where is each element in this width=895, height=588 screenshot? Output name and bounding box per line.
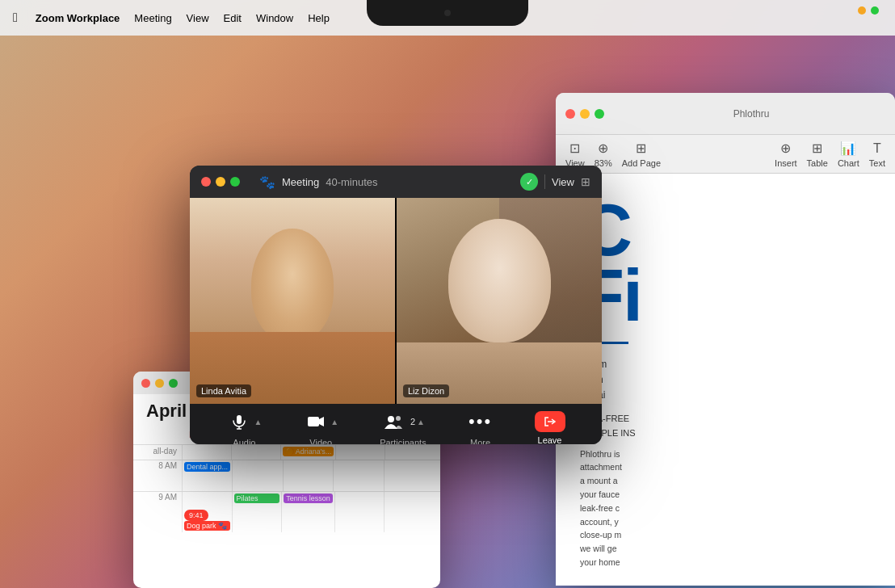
pages-close-button[interactable] xyxy=(565,109,575,119)
svg-rect-3 xyxy=(308,417,319,426)
app-name[interactable]: Zoom Workplace xyxy=(36,12,120,24)
zoom-participant-1: Linda Avitia xyxy=(190,198,395,404)
sidebar-icon: ⊡ xyxy=(567,141,583,157)
cal-allday-thu xyxy=(335,445,384,460)
status-dot-yellow xyxy=(858,6,866,15)
toolbar-chart-btn[interactable]: 📊 Chart xyxy=(838,141,859,168)
toolbar-addpage-btn[interactable]: ⊞ Add Page xyxy=(622,141,661,168)
zoom-participants-control[interactable]: 2 ▲ Participants xyxy=(380,409,426,444)
zoom-icon: ⊕ xyxy=(595,141,611,157)
svg-point-6 xyxy=(396,416,401,421)
cal-cell-8am-fri xyxy=(384,460,434,491)
cal-close-button[interactable] xyxy=(141,379,150,388)
zoom-controls: ▲ Audio ▲ Video xyxy=(190,404,602,444)
cal-time-9am: 9 AM xyxy=(140,492,182,532)
toolbar-addpage-label: Add Page xyxy=(622,158,661,168)
cal-allday-wed: 🟠 Adriana's... xyxy=(280,445,336,460)
cal-cell-8am-wed xyxy=(283,460,333,491)
participant-1-name: Linda Avitia xyxy=(196,384,251,397)
toolbar-insert-btn[interactable]: ⊕ Insert xyxy=(775,141,797,168)
cal-event-pilates: Pilates xyxy=(234,494,280,503)
zoom-meeting-label: Meeting xyxy=(282,176,319,188)
pages-minimize-button[interactable] xyxy=(580,109,590,119)
cal-time-8am: 8 AM xyxy=(140,460,182,491)
cal-event-dogpark: Dog park 🐾 xyxy=(184,521,230,531)
cal-cell-9am-fri xyxy=(384,492,434,532)
zoom-video-label: Video xyxy=(309,438,332,444)
text-icon: T xyxy=(869,141,885,157)
zoom-close-button[interactable] xyxy=(201,177,211,187)
toolbar-zoom-btn[interactable]: ⊕ 83% xyxy=(595,141,612,168)
pages-titlebar: Phlothru xyxy=(556,93,895,135)
zoom-timer: 40-minutes xyxy=(326,176,377,188)
cal-time-indicator: 9:41 xyxy=(184,510,208,521)
status-dot-green xyxy=(871,6,879,15)
pages-content: C Fi Our mcleansustai • BPA-FREE • SIMPL… xyxy=(556,174,895,586)
pages-bullet-2: • SIMPLE INS xyxy=(580,428,871,438)
svg-marker-4 xyxy=(319,417,324,426)
zoom-participant-2: Liz Dizon xyxy=(397,198,602,404)
zoom-more-icon: ••• xyxy=(468,409,494,435)
zoom-participants-label: Participants xyxy=(380,438,426,444)
toolbar-view-btn[interactable]: ⊡ View xyxy=(565,141,585,168)
cal-maximize-button[interactable] xyxy=(169,379,178,388)
zoom-more-label: More xyxy=(470,438,490,444)
menu-window[interactable]: Window xyxy=(256,12,293,24)
camera-notch xyxy=(367,0,528,26)
cal-minimize-button[interactable] xyxy=(155,379,164,388)
toolbar-chart-label: Chart xyxy=(838,158,859,168)
cal-cell-8am-tue xyxy=(232,460,282,491)
toolbar-table-btn[interactable]: ⊞ Table xyxy=(807,141,828,168)
zoom-leave-label: Leave xyxy=(538,435,562,444)
pages-body-text: Our mcleansustai xyxy=(580,357,871,404)
zoom-minimize-button[interactable] xyxy=(216,177,225,187)
zoom-shield-icon: ✓ xyxy=(520,173,538,191)
toolbar-text-label: Text xyxy=(869,158,885,168)
zoom-more-control[interactable]: ••• More xyxy=(468,409,494,444)
zoom-audio-control[interactable]: ▲ Audio xyxy=(226,409,262,444)
table-icon: ⊞ xyxy=(809,141,826,157)
zoom-video-control[interactable]: ▲ Video xyxy=(303,409,338,444)
cal-cell-9am-wed: Tennis lesson xyxy=(281,492,334,532)
cal-event-tennis: Tennis lesson xyxy=(284,494,333,503)
zoom-paw-icon: 🐾 xyxy=(259,174,275,190)
menu-meeting[interactable]: Meeting xyxy=(134,12,171,24)
pages-title: Phlothru xyxy=(733,108,770,120)
cal-allday-fri xyxy=(384,445,434,460)
cal-cell-9am-mon: 9:41 Dog park 🐾 xyxy=(182,492,232,532)
zoom-video-grid: Linda Avitia Liz Dizon xyxy=(190,198,602,404)
cal-allday-tue xyxy=(231,445,280,460)
zoom-grid-icon[interactable]: ⊞ xyxy=(581,175,590,188)
apple-menu[interactable]:  xyxy=(13,10,18,25)
video-arrow-icon: ▲ xyxy=(330,418,338,426)
zoom-meeting-info: 🐾 Meeting 40-minutes xyxy=(259,174,378,190)
status-indicators xyxy=(858,6,879,15)
audio-arrow-icon: ▲ xyxy=(254,418,262,426)
camera-dot xyxy=(444,10,451,16)
toolbar-insert-label: Insert xyxy=(775,158,797,168)
insert-icon: ⊕ xyxy=(778,141,794,157)
zoom-leave-control[interactable]: Leave xyxy=(535,411,565,444)
menu-view[interactable]: View xyxy=(187,12,209,24)
zoom-traffic-lights xyxy=(201,177,240,187)
pages-maximize-button[interactable] xyxy=(595,109,604,119)
pages-big-letter: C xyxy=(580,198,871,263)
toolbar-text-btn[interactable]: T Text xyxy=(869,141,885,168)
zoom-view-controls: ✓ View ⊞ xyxy=(520,173,590,191)
pages-big-letter2: Fi xyxy=(580,263,871,329)
menu-help[interactable]: Help xyxy=(308,12,330,24)
zoom-maximize-button[interactable] xyxy=(230,177,240,187)
cal-cell-8am-mon: Dental app... xyxy=(182,460,232,491)
all-day-label: all-day xyxy=(140,445,182,460)
menu-edit[interactable]: Edit xyxy=(224,12,242,24)
addpage-icon: ⊞ xyxy=(633,141,649,157)
chart-icon: 📊 xyxy=(840,141,856,157)
zoom-divider xyxy=(544,174,545,189)
zoom-audio-label: Audio xyxy=(233,438,255,444)
zoom-video-icon xyxy=(303,409,329,435)
toolbar-table-label: Table xyxy=(807,158,828,168)
zoom-window: 🐾 Meeting 40-minutes ✓ View ⊞ Linda Avit… xyxy=(190,166,602,444)
zoom-participants-icon xyxy=(381,409,407,435)
svg-rect-0 xyxy=(237,415,242,424)
zoom-view-button[interactable]: View xyxy=(552,176,574,188)
